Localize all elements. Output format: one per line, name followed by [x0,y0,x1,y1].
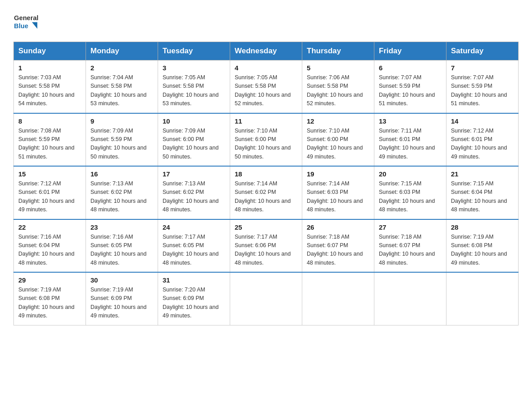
weekday-header-saturday: Saturday [446,42,519,60]
calendar-day-cell: 23 Sunrise: 7:16 AM Sunset: 6:05 PM Dayl… [86,219,158,273]
calendar-day-cell: 3 Sunrise: 7:05 AM Sunset: 5:58 PM Dayli… [158,60,230,113]
day-info: Sunrise: 7:07 AM Sunset: 5:59 PM Dayligh… [379,73,442,108]
day-info: Sunrise: 7:05 AM Sunset: 5:58 PM Dayligh… [163,73,225,108]
calendar-day-cell: 13 Sunrise: 7:11 AM Sunset: 6:01 PM Dayl… [374,113,446,167]
calendar-day-cell: 14 Sunrise: 7:12 AM Sunset: 6:01 PM Dayl… [446,113,519,167]
weekday-header-sunday: Sunday [14,42,86,60]
calendar-day-cell: 16 Sunrise: 7:13 AM Sunset: 6:02 PM Dayl… [86,166,158,219]
calendar-day-cell: 1 Sunrise: 7:03 AM Sunset: 5:58 PM Dayli… [14,60,86,113]
day-info: Sunrise: 7:05 AM Sunset: 5:58 PM Dayligh… [235,73,297,108]
day-number: 25 [235,223,297,231]
day-number: 23 [90,223,153,231]
day-info: Sunrise: 7:14 AM Sunset: 6:02 PM Dayligh… [235,180,297,214]
day-info: Sunrise: 7:13 AM Sunset: 6:02 PM Dayligh… [163,180,225,214]
day-number: 17 [163,170,225,178]
day-number: 12 [307,117,369,125]
calendar-day-cell: 27 Sunrise: 7:18 AM Sunset: 6:07 PM Dayl… [374,219,446,273]
day-number: 16 [90,170,153,178]
calendar-day-cell: 15 Sunrise: 7:12 AM Sunset: 6:01 PM Dayl… [14,166,86,219]
calendar-week-row: 29 Sunrise: 7:19 AM Sunset: 6:08 PM Dayl… [14,272,519,325]
weekday-header-thursday: Thursday [302,42,374,60]
weekday-header-monday: Monday [86,42,158,60]
day-number: 5 [307,64,369,72]
calendar-day-cell: 11 Sunrise: 7:10 AM Sunset: 6:00 PM Dayl… [230,113,302,167]
day-info: Sunrise: 7:11 AM Sunset: 6:01 PM Dayligh… [379,127,442,162]
calendar-day-cell: 8 Sunrise: 7:08 AM Sunset: 5:59 PM Dayli… [14,113,86,167]
calendar-day-cell: 24 Sunrise: 7:17 AM Sunset: 6:05 PM Dayl… [158,219,230,273]
day-number: 21 [451,170,514,178]
calendar-day-cell: 29 Sunrise: 7:19 AM Sunset: 6:08 PM Dayl… [14,272,86,325]
weekday-header-row: SundayMondayTuesdayWednesdayThursdayFrid… [14,42,519,60]
day-info: Sunrise: 7:08 AM Sunset: 5:59 PM Dayligh… [18,127,81,162]
calendar-day-cell [446,272,519,325]
day-info: Sunrise: 7:04 AM Sunset: 5:58 PM Dayligh… [90,73,153,108]
day-info: Sunrise: 7:15 AM Sunset: 6:04 PM Dayligh… [451,180,514,214]
day-number: 19 [307,170,369,178]
day-info: Sunrise: 7:10 AM Sunset: 6:00 PM Dayligh… [235,127,297,162]
day-number: 24 [163,223,225,231]
day-info: Sunrise: 7:17 AM Sunset: 6:06 PM Dayligh… [235,233,297,268]
day-info: Sunrise: 7:10 AM Sunset: 6:00 PM Dayligh… [307,127,369,162]
day-info: Sunrise: 7:07 AM Sunset: 5:59 PM Dayligh… [451,73,514,108]
day-number: 15 [18,170,81,178]
calendar-day-cell: 5 Sunrise: 7:06 AM Sunset: 5:58 PM Dayli… [302,60,374,113]
day-number: 20 [379,170,442,178]
day-number: 27 [379,223,442,231]
day-info: Sunrise: 7:14 AM Sunset: 6:03 PM Dayligh… [307,180,369,214]
day-number: 26 [307,223,369,231]
day-number: 7 [451,64,514,72]
calendar-day-cell: 26 Sunrise: 7:18 AM Sunset: 6:07 PM Dayl… [302,219,374,273]
day-number: 4 [235,64,297,72]
calendar-day-cell: 18 Sunrise: 7:14 AM Sunset: 6:02 PM Dayl… [230,166,302,219]
day-number: 11 [235,117,297,125]
day-number: 29 [18,276,81,284]
day-number: 6 [379,64,442,72]
calendar-day-cell: 20 Sunrise: 7:15 AM Sunset: 6:03 PM Dayl… [374,166,446,219]
calendar-day-cell: 6 Sunrise: 7:07 AM Sunset: 5:59 PM Dayli… [374,60,446,113]
calendar-day-cell: 31 Sunrise: 7:20 AM Sunset: 6:09 PM Dayl… [158,272,230,325]
day-number: 3 [163,64,225,72]
day-info: Sunrise: 7:12 AM Sunset: 6:01 PM Dayligh… [18,180,81,214]
day-number: 14 [451,117,514,125]
day-info: Sunrise: 7:16 AM Sunset: 6:05 PM Dayligh… [90,233,153,268]
day-info: Sunrise: 7:03 AM Sunset: 5:58 PM Dayligh… [18,73,81,108]
svg-marker-1 [32,22,37,29]
weekday-header-wednesday: Wednesday [230,42,302,60]
calendar-day-cell: 28 Sunrise: 7:19 AM Sunset: 6:08 PM Dayl… [446,219,519,273]
day-number: 22 [18,223,81,231]
day-number: 8 [18,117,81,125]
logo: General Blue [13,9,40,34]
day-info: Sunrise: 7:20 AM Sunset: 6:09 PM Dayligh… [163,286,225,321]
calendar-day-cell: 17 Sunrise: 7:13 AM Sunset: 6:02 PM Dayl… [158,166,230,219]
calendar-table: SundayMondayTuesdayWednesdayThursdayFrid… [13,42,519,325]
calendar-day-cell: 25 Sunrise: 7:17 AM Sunset: 6:06 PM Dayl… [230,219,302,273]
day-number: 31 [163,276,225,284]
day-info: Sunrise: 7:12 AM Sunset: 6:01 PM Dayligh… [451,127,514,162]
day-number: 1 [18,64,81,72]
day-number: 9 [90,117,153,125]
day-info: Sunrise: 7:09 AM Sunset: 5:59 PM Dayligh… [90,127,153,162]
day-number: 30 [90,276,153,284]
day-info: Sunrise: 7:06 AM Sunset: 5:58 PM Dayligh… [307,73,369,108]
calendar-day-cell: 4 Sunrise: 7:05 AM Sunset: 5:58 PM Dayli… [230,60,302,113]
svg-text:Blue: Blue [14,22,28,30]
calendar-day-cell [374,272,446,325]
calendar-day-cell: 9 Sunrise: 7:09 AM Sunset: 5:59 PM Dayli… [86,113,158,167]
day-info: Sunrise: 7:19 AM Sunset: 6:09 PM Dayligh… [90,286,153,321]
calendar-day-cell: 21 Sunrise: 7:15 AM Sunset: 6:04 PM Dayl… [446,166,519,219]
calendar-header: SundayMondayTuesdayWednesdayThursdayFrid… [14,42,519,60]
page-header: General Blue [13,9,519,34]
weekday-header-tuesday: Tuesday [158,42,230,60]
calendar-day-cell: 7 Sunrise: 7:07 AM Sunset: 5:59 PM Dayli… [446,60,519,113]
calendar-day-cell: 19 Sunrise: 7:14 AM Sunset: 6:03 PM Dayl… [302,166,374,219]
day-info: Sunrise: 7:19 AM Sunset: 6:08 PM Dayligh… [18,286,81,321]
day-info: Sunrise: 7:17 AM Sunset: 6:05 PM Dayligh… [163,233,225,268]
day-info: Sunrise: 7:18 AM Sunset: 6:07 PM Dayligh… [379,233,442,268]
day-number: 10 [163,117,225,125]
calendar-week-row: 8 Sunrise: 7:08 AM Sunset: 5:59 PM Dayli… [14,113,519,167]
calendar-body: 1 Sunrise: 7:03 AM Sunset: 5:58 PM Dayli… [14,60,519,325]
calendar-day-cell: 30 Sunrise: 7:19 AM Sunset: 6:09 PM Dayl… [86,272,158,325]
calendar-day-cell: 22 Sunrise: 7:16 AM Sunset: 6:04 PM Dayl… [14,219,86,273]
weekday-header-friday: Friday [374,42,446,60]
calendar-week-row: 22 Sunrise: 7:16 AM Sunset: 6:04 PM Dayl… [14,219,519,273]
